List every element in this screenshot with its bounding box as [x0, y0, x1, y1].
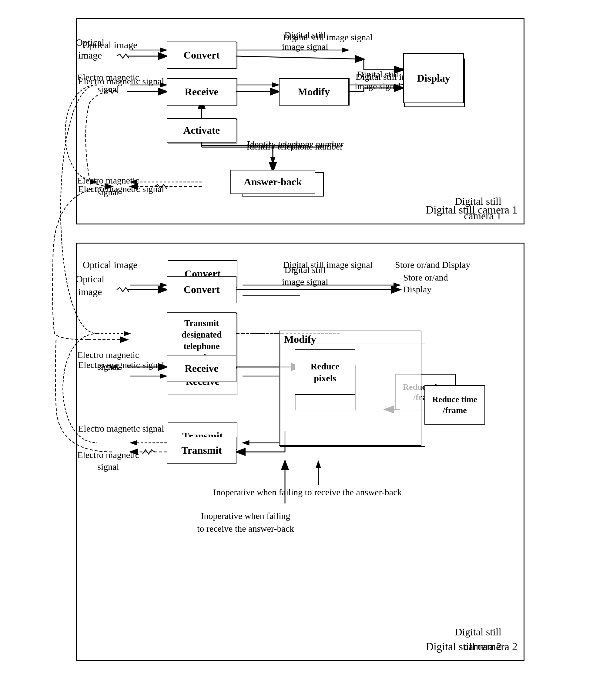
c1-activate: Activate	[167, 118, 236, 143]
c2-convert: Convert	[167, 276, 236, 303]
c2-modify-outer: Modify Reducepixels	[279, 331, 421, 446]
label-cam1-optical: Opticalimage	[76, 36, 104, 61]
c2-modify-label-inner: Modify	[284, 334, 316, 345]
diagram-container: Convert Receive Activate Answer-back Mod…	[36, 12, 567, 689]
label-cam2-em1: Electro magneticsignal	[77, 349, 139, 372]
camera2-inoperative-label: Inoperative when failing to receive the …	[213, 486, 402, 498]
label-cam1-em: Electro magneticsignal	[77, 71, 139, 95]
label-cam1-em-out: Electro magneticsignal	[77, 174, 139, 198]
c1-modify: Modify	[279, 78, 349, 105]
c1-receive: Receive	[167, 78, 236, 105]
cam1-title-label: Digital stillcamera 1	[455, 194, 501, 223]
label-cam2-store-display: Store or/andDisplay	[403, 271, 448, 295]
c2-reduce-pixels: Reducepixels	[295, 349, 355, 395]
c2-receive: Receive	[167, 355, 236, 382]
c1-display: Display	[403, 53, 464, 103]
camera2-store-display-label: Store or/and Display	[395, 259, 470, 271]
cam2-title-label: Digital stillcamera 2	[455, 625, 501, 654]
label-cam2-digital-still: Digital stillimage signal	[282, 264, 328, 288]
c1-answerback: Answer-back	[230, 170, 315, 194]
label-cam2-optical: Opticalimage	[76, 273, 104, 298]
c2-transmit: Transmit	[167, 437, 236, 464]
camera2-em-signal-2-label: Electro magnetic signal	[78, 423, 164, 434]
label-cam1-digital-still-mid: Digital stillimage signal	[355, 68, 401, 92]
label-cam1-digital-still-top: Digital stillimage signal	[282, 29, 328, 52]
c2-reduce-time: Reduce time/frame	[424, 385, 485, 425]
label-cam1-identify: Identify telephone number	[247, 138, 343, 150]
camera2-box: Convert Transmit designated telephone nu…	[76, 243, 524, 661]
label-cam2-inoperative: Inoperative when failingto receive the a…	[197, 509, 294, 535]
camera2-optical-image-label: Optical image	[83, 259, 137, 271]
label-cam2-em2: Electro magneticsignal	[77, 449, 139, 473]
c1-convert: Convert	[167, 42, 236, 69]
